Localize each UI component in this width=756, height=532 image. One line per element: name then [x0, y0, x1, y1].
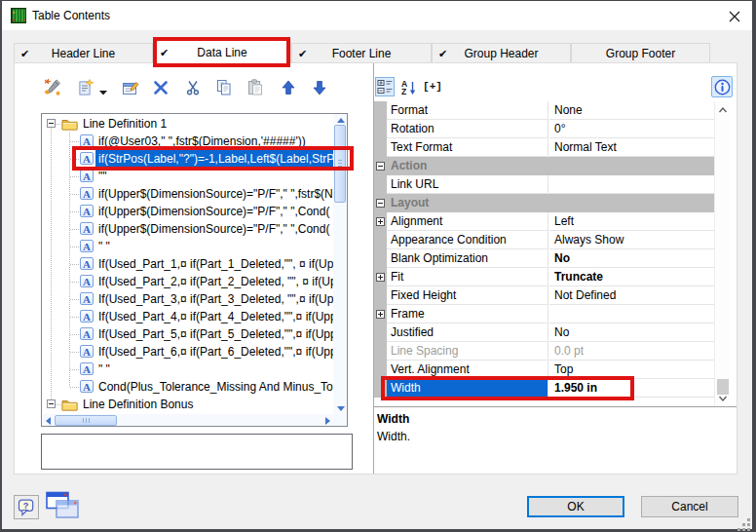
- property-row-alignment[interactable]: AlignmentLeft: [374, 212, 714, 231]
- categorized-view-button[interactable]: [375, 77, 395, 96]
- property-value[interactable]: [549, 175, 714, 194]
- info-button[interactable]: [711, 76, 733, 97]
- grid-right-margin: [730, 101, 737, 406]
- property-description-title: Width: [377, 412, 737, 426]
- help-button[interactable]: ?: [14, 495, 39, 519]
- group-collapse-icon[interactable]: [376, 162, 385, 171]
- tree-folder-row[interactable]: Line Definition 1: [42, 115, 333, 133]
- property-row-blank-optimization[interactable]: Blank OptimizationNo: [374, 249, 714, 268]
- scroll-right-icon[interactable]: [324, 417, 330, 425]
- move-up-icon[interactable]: [280, 79, 297, 96]
- annotation-box-width-row: [381, 376, 634, 400]
- property-value[interactable]: No: [549, 249, 714, 268]
- grid-scroll-up-icon: [718, 105, 728, 115]
- tab-group-footer[interactable]: Group Footer: [571, 43, 710, 63]
- tab-header-line[interactable]: ✔Header Line: [14, 43, 153, 63]
- cancel-button[interactable]: Cancel: [641, 496, 738, 517]
- tab-group-header[interactable]: ✔Group Header: [432, 43, 571, 63]
- text-formula-icon: A: [80, 292, 94, 305]
- tree-formula-row[interactable]: A" ": [42, 361, 333, 378]
- property-expand-icon[interactable]: [376, 273, 385, 282]
- property-gutter: [374, 120, 387, 138]
- property-name: Fixed Height: [387, 286, 548, 305]
- tree-collapse-icon[interactable]: [47, 119, 56, 128]
- tab-footer-line[interactable]: ✔Footer Line: [291, 43, 432, 63]
- grid-vscrollbar[interactable]: [714, 101, 730, 406]
- scroll-up-icon[interactable]: [337, 118, 345, 124]
- delete-icon[interactable]: [152, 79, 170, 96]
- tree-formula-row[interactable]: AIf(Used_Part_5,¤ if(Part_5_Deleted,"",¤…: [42, 325, 333, 343]
- tab-label: Group Header: [433, 44, 570, 63]
- tree-formula-row[interactable]: Aif(Upper$(DimensionSource)="P/F"," ",Co…: [42, 203, 333, 220]
- property-row-link-url[interactable]: Link URL: [374, 175, 714, 194]
- property-row-action[interactable]: Action: [374, 157, 714, 175]
- resize-grip[interactable]: [747, 518, 750, 521]
- expand-all-icon: [+]: [423, 81, 442, 93]
- property-row-frame[interactable]: Frame: [374, 305, 714, 323]
- text-formula-icon: A: [80, 240, 94, 252]
- property-value[interactable]: No: [549, 323, 714, 342]
- property-expand-icon[interactable]: [376, 310, 385, 319]
- property-row-line-spacing[interactable]: Line Spacing0.0 pt: [374, 342, 714, 361]
- tree-formula-row[interactable]: ACond(Plus_Tolerance_Missing And Minus_T…: [42, 378, 333, 396]
- property-row-layout[interactable]: Layout: [374, 194, 714, 212]
- property-group-label: Action: [391, 157, 427, 175]
- tree-formula-row[interactable]: AIf(Used_Part_1,¤ if(Part_1_Deleted,"", …: [42, 255, 333, 273]
- property-value[interactable]: Normal Text: [549, 138, 714, 157]
- tree-formula-row[interactable]: Aif(Upper$(DimensionSource)="P/F"," ",fs…: [42, 185, 333, 203]
- property-value[interactable]: Not Defined: [549, 286, 714, 305]
- close-button[interactable]: [713, 2, 756, 30]
- tree-formula-row[interactable]: A" ": [42, 238, 333, 255]
- tree-formula-row[interactable]: AIf(Used_Part_2,¤ if(Part_2_Deleted, "",…: [42, 273, 333, 290]
- tree-folder-row[interactable]: Line Definition Bonus: [42, 396, 333, 413]
- property-row-fixed-height[interactable]: Fixed HeightNot Defined: [374, 286, 714, 305]
- property-value[interactable]: 0.0 pt: [549, 342, 714, 361]
- property-name: Appearance Condition: [387, 231, 548, 249]
- tree-formula-label: if(Upper$(DimensionSource)="P/F"," ",fst…: [98, 185, 333, 203]
- insert-line-icon[interactable]: [77, 79, 94, 96]
- sort-alphabetical-button[interactable]: A Z: [399, 78, 417, 95]
- property-row-fit[interactable]: FitTruncate: [374, 268, 714, 286]
- property-name: Justified: [387, 323, 548, 342]
- group-collapse-icon[interactable]: [376, 199, 385, 208]
- tree-formula-label: If(Used_Part_3,¤ if(Part_3_Deleted, "",¤…: [98, 290, 333, 308]
- property-gutter: [374, 231, 387, 249]
- property-row-rotation[interactable]: Rotation0°: [374, 120, 714, 138]
- move-down-icon[interactable]: [311, 79, 328, 96]
- property-row-justified[interactable]: JustifiedNo: [374, 323, 714, 342]
- property-grid: FormatNoneRotation0°Text FormatNormal Te…: [374, 101, 714, 406]
- property-expand-icon[interactable]: [376, 217, 385, 226]
- ok-button-label: OK: [567, 500, 584, 513]
- property-gutter: [374, 342, 387, 361]
- property-value[interactable]: [549, 305, 714, 323]
- property-row-text-format[interactable]: Text FormatNormal Text: [374, 138, 714, 157]
- property-value[interactable]: 0°: [549, 120, 714, 138]
- copy-icon[interactable]: [215, 79, 233, 96]
- property-value[interactable]: Always Show: [549, 231, 714, 249]
- property-value[interactable]: Truncate: [549, 268, 714, 286]
- tree-formula-row[interactable]: Aif(Upper$(DimensionSource)="P/F"," ",Co…: [42, 220, 333, 238]
- properties-icon[interactable]: [122, 79, 139, 96]
- expand-all-button[interactable]: [+]: [423, 79, 442, 95]
- property-gutter: [374, 249, 387, 268]
- property-name: Alignment: [387, 212, 548, 231]
- property-gutter: [374, 138, 387, 157]
- tree-formula-row[interactable]: AIf(Used_Part_6,¤ if(Part_6_Deleted,"",¤…: [42, 343, 333, 361]
- property-row-appearance-condition[interactable]: Appearance ConditionAlways Show: [374, 231, 714, 249]
- property-value[interactable]: None: [549, 101, 714, 120]
- tree-collapse-icon[interactable]: [47, 399, 56, 408]
- tree-formula-row[interactable]: AIf(Used_Part_4,¤ if(Part_4_Deleted,"",¤…: [42, 308, 333, 325]
- ok-button[interactable]: OK: [527, 496, 624, 517]
- tree-hscrollbar-thumb[interactable]: [55, 415, 117, 426]
- edit-formula-icon[interactable]: [44, 79, 61, 96]
- tree-formula-row[interactable]: AIf(Used_Part_3,¤ if(Part_3_Deleted, "",…: [42, 290, 333, 308]
- scroll-down-icon[interactable]: [337, 405, 345, 411]
- window-preview-icon[interactable]: [46, 491, 81, 521]
- scroll-left-icon[interactable]: [46, 417, 52, 425]
- cut-icon[interactable]: [185, 79, 203, 96]
- property-row-format[interactable]: FormatNone: [374, 101, 714, 120]
- property-value[interactable]: Left: [549, 212, 714, 231]
- text-formula-icon: A: [80, 310, 94, 323]
- insert-line-dropdown-arrow[interactable]: [98, 85, 108, 98]
- tab-label: Header Line: [15, 44, 152, 63]
